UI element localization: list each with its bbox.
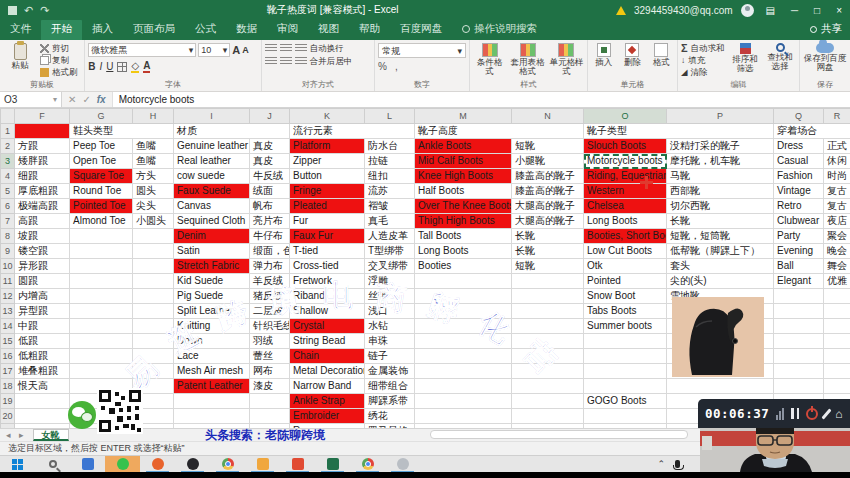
cell-M20[interactable]	[415, 409, 512, 424]
cell-O5[interactable]: Western	[584, 184, 667, 199]
ribbon-tab-页面布局[interactable]: 页面布局	[123, 19, 185, 40]
cell-M8[interactable]: Tall Boots	[415, 229, 512, 244]
cell-H6[interactable]: 尖头	[133, 199, 174, 214]
cell-K14[interactable]: Crystal	[290, 319, 365, 334]
cell-Q5[interactable]: Vintage	[774, 184, 824, 199]
cell-O20[interactable]	[584, 409, 667, 424]
cell-Q15[interactable]	[774, 334, 824, 349]
cell-J7[interactable]: 亮片布	[250, 214, 290, 229]
cell-J4[interactable]: 牛反绒	[250, 169, 290, 184]
find-select-button[interactable]: 查找和选择	[764, 43, 796, 71]
cell-O11[interactable]: Pointed	[584, 274, 667, 289]
cell-O6[interactable]: Chelsea	[584, 199, 667, 214]
cell-P8[interactable]: 短靴，短筒靴	[667, 229, 774, 244]
group-header-red-block[interactable]	[15, 124, 70, 139]
taskbar-dark-browser-icon[interactable]	[175, 456, 210, 473]
cell-F12[interactable]: 内增高	[15, 289, 70, 304]
cell-N9[interactable]: 长靴	[512, 244, 584, 259]
column-header-M[interactable]: M	[415, 109, 512, 124]
font-size-select[interactable]: 10▾	[198, 43, 230, 57]
cell-H7[interactable]: 小圆头	[133, 214, 174, 229]
cell-O2[interactable]: Slouch Boots	[584, 139, 667, 154]
cell-F8[interactable]: 坡跟	[15, 229, 70, 244]
cell-G10[interactable]	[70, 259, 133, 274]
cell-L8[interactable]: 人造皮革	[365, 229, 415, 244]
cell-K13[interactable]: Shallow	[290, 304, 365, 319]
cell-M18[interactable]	[415, 379, 512, 394]
cell-G13[interactable]	[70, 304, 133, 319]
cell-F17[interactable]: 堆叠粗跟	[15, 364, 70, 379]
cell-N14[interactable]	[512, 319, 584, 334]
draw-pencil-button[interactable]	[822, 408, 832, 419]
cell-P9[interactable]: 低帮靴（脚踝上下）	[667, 244, 774, 259]
cell-H8[interactable]	[133, 229, 174, 244]
cell-N3[interactable]: 小腿靴	[512, 154, 584, 169]
cell-Q2[interactable]: Dress	[774, 139, 824, 154]
taskbar-office-app-icon[interactable]	[315, 456, 350, 473]
borders-button[interactable]	[117, 62, 127, 72]
fill-button[interactable]: ↓填充	[681, 55, 726, 65]
cell-J9[interactable]: 缎面，色丁	[250, 244, 290, 259]
cell-N11[interactable]	[512, 274, 584, 289]
cell-O8[interactable]: Booties, Short Boots	[584, 229, 667, 244]
taskbar-screen-recorder-icon[interactable]	[105, 456, 140, 473]
cell-H14[interactable]	[133, 319, 174, 334]
column-header-K[interactable]: K	[290, 109, 365, 124]
cell-I13[interactable]: Split Leather	[174, 304, 250, 319]
taskbar-edge-browser-icon[interactable]	[350, 456, 385, 473]
conditional-formatting-button[interactable]: 条件格式	[473, 43, 506, 76]
cell-R12[interactable]	[824, 289, 850, 304]
row-header-4[interactable]: 4	[1, 169, 15, 184]
cell-K9[interactable]: T-tied	[290, 244, 365, 259]
number-format-select[interactable]: 常规▾	[378, 43, 466, 58]
group-header-流行元素[interactable]: 流行元素	[290, 124, 415, 139]
cell-O17[interactable]	[584, 364, 667, 379]
save-to-baidu-button[interactable]: 保存到百度网盘	[803, 43, 847, 72]
cell-O3[interactable]: Motorcycle boots	[584, 154, 667, 169]
formula-input[interactable]: Motorcycle boots	[113, 92, 850, 107]
cell-N16[interactable]	[512, 349, 584, 364]
cell-I16[interactable]: Lace	[174, 349, 250, 364]
shrink-font-button[interactable]: A	[242, 45, 249, 55]
cell-M4[interactable]: Knee High Boots	[415, 169, 512, 184]
cell-J13[interactable]: 二层皮	[250, 304, 290, 319]
cell-J10[interactable]: 弹力布	[250, 259, 290, 274]
cell-P6[interactable]: 切尔西靴	[667, 199, 774, 214]
grow-font-button[interactable]: A	[232, 44, 240, 56]
merge-center-button[interactable]: 合并后居中	[310, 56, 353, 66]
cell-O12[interactable]: Snow Boot	[584, 289, 667, 304]
cell-J6[interactable]: 帆布	[250, 199, 290, 214]
cell-F7[interactable]: 高跟	[15, 214, 70, 229]
cell-J16[interactable]: 蕾丝	[250, 349, 290, 364]
row-header-9[interactable]: 9	[1, 244, 15, 259]
cell-M13[interactable]	[415, 304, 512, 319]
cell-G2[interactable]: Peep Toe	[70, 139, 133, 154]
column-header-G[interactable]: G	[70, 109, 133, 124]
italic-button[interactable]: I	[99, 61, 102, 72]
cell-H11[interactable]	[133, 274, 174, 289]
cell-J3[interactable]: 真皮	[250, 154, 290, 169]
paste-button[interactable]: 粘贴	[3, 43, 37, 70]
row-header-10[interactable]: 10	[1, 259, 15, 274]
cell-L6[interactable]: 褶皱	[365, 199, 415, 214]
ribbon-tab-开始[interactable]: 开始	[41, 19, 82, 40]
column-header-I[interactable]: I	[174, 109, 250, 124]
cell-I3[interactable]: Real leather	[174, 154, 250, 169]
cell-F19[interactable]	[15, 394, 70, 409]
ribbon-tab-视图[interactable]: 视图	[308, 19, 349, 40]
row-header-14[interactable]: 14	[1, 319, 15, 334]
sheet-nav-arrows[interactable]: ◂ ▸	[0, 430, 33, 440]
cell-K7[interactable]: Fur	[290, 214, 365, 229]
cell-R16[interactable]	[824, 349, 850, 364]
taskbar-folder-app-icon[interactable]	[245, 456, 280, 473]
cell-K18[interactable]: Narrow Band	[290, 379, 365, 394]
share-button[interactable]: 共享	[810, 22, 842, 40]
cell-J2[interactable]: 真皮	[250, 139, 290, 154]
cell-I19[interactable]	[174, 394, 250, 409]
cell-G3[interactable]: Open Toe	[70, 154, 133, 169]
cell-I6[interactable]: Canvas	[174, 199, 250, 214]
cell-M3[interactable]: Mid Calf Boots	[415, 154, 512, 169]
cell-G16[interactable]	[70, 349, 133, 364]
cell-H17[interactable]	[133, 364, 174, 379]
column-header-L[interactable]: L	[365, 109, 415, 124]
